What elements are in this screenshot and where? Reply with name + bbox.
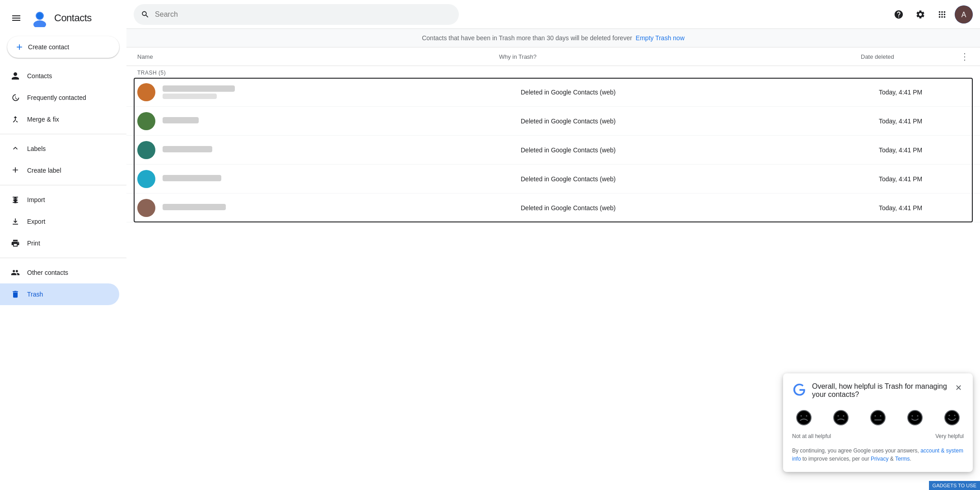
contact-name-block [163,146,521,154]
contact-rows: Deleted in Google Contacts (web) Today, … [126,78,980,222]
sidebar: Contacts + Create contact Contacts Frequ… [0,0,126,490]
svg-point-19 [949,415,950,416]
svg-point-12 [875,415,876,417]
contact-date: Today, 4:41 PM [879,89,969,96]
terms-link[interactable]: Terms [895,456,910,462]
person-icon [11,71,20,80]
sidebar-item-merge[interactable]: Merge & fix [0,108,119,130]
contact-date: Today, 4:41 PM [879,204,969,212]
create-plus-icon: + [16,42,23,52]
table-row[interactable]: Deleted in Google Contacts (web) Today, … [126,193,980,222]
contact-name-blur [163,117,199,123]
privacy-link[interactable]: Privacy [871,456,888,462]
contact-name-blur [163,204,226,210]
menu-button[interactable] [7,9,25,27]
sidebar-item-other[interactable]: Other contacts [0,262,119,283]
contact-why: Deleted in Google Contacts (web) [521,118,879,125]
svg-point-1 [33,20,46,27]
app-logo [31,9,49,27]
app-title: Contacts [54,12,92,24]
feedback-popup: Overall, how helpful is Trash for managi… [783,373,973,472]
other-contacts-icon [11,268,20,277]
contact-name-blur [163,146,212,152]
trash-section-label: TRASH (5) [126,66,980,78]
google-logo [792,382,807,397]
svg-point-5 [797,410,811,425]
avatar [137,141,155,159]
emoji-labels: Not at all helpful Very helpful [792,433,964,439]
col-name-header: Name [137,53,499,60]
sidebar-item-frequently[interactable]: Frequently contacted [0,87,119,108]
rating-3-button[interactable] [866,406,890,429]
svg-point-2 [37,13,43,19]
svg-point-8 [834,410,848,425]
avatar [137,199,155,217]
sidebar-item-export[interactable]: Export [0,211,119,232]
svg-point-13 [880,415,882,417]
contact-name-block [163,175,521,183]
svg-text:A: A [961,11,966,19]
contact-date: Today, 4:41 PM [879,118,969,125]
contact-name-block [163,204,521,212]
contact-name-block [163,85,521,99]
svg-point-9 [838,415,839,417]
sidebar-item-trash[interactable]: Trash [0,283,119,305]
sidebar-item-contacts[interactable]: Contacts [0,65,119,87]
sidebar-nav: Contacts Frequently contacted Merge & fi… [0,65,126,305]
add-icon [11,165,20,176]
contact-name-blur [163,85,235,92]
svg-point-10 [843,415,845,417]
help-button[interactable] [890,5,908,24]
print-icon [11,239,20,248]
rating-2-button[interactable] [829,406,853,429]
svg-point-7 [806,415,807,417]
sidebar-item-import[interactable]: Import [0,189,119,211]
contact-why: Deleted in Google Contacts (web) [521,89,879,96]
table-header: Name Why in Trash? Date deleted ⋮ [126,47,980,66]
search-input[interactable] [155,10,452,19]
avatar [137,170,155,188]
search-icon [141,10,149,19]
table-row[interactable]: Deleted in Google Contacts (web) Today, … [126,78,980,107]
feedback-footer: By continuing, you agree Google uses you… [792,447,964,463]
table-row[interactable]: Deleted in Google Contacts (web) Today, … [126,107,980,136]
merge-icon [11,115,20,124]
download-icon [11,217,20,226]
avatar[interactable]: A [955,5,973,24]
header-actions: A [890,5,973,24]
search-bar[interactable] [134,4,459,25]
contact-why: Deleted in Google Contacts (web) [521,175,879,183]
apps-button[interactable] [933,5,951,24]
create-label-item[interactable]: Create label [0,160,126,181]
svg-point-20 [954,415,956,416]
contact-date: Today, 4:41 PM [879,146,969,154]
svg-point-17 [917,415,919,417]
svg-point-6 [801,415,802,417]
rating-4-button[interactable] [903,406,927,429]
settings-button[interactable] [911,5,929,24]
table-row[interactable]: Deleted in Google Contacts (web) Today, … [126,165,980,193]
avatar [137,112,155,130]
svg-point-15 [908,410,922,425]
app-header: Contacts [0,4,126,33]
upload-icon [11,195,20,204]
trash-banner: Contacts that have been in Trash more th… [126,29,980,47]
more-icon[interactable]: ⋮ [960,51,969,62]
history-icon [11,93,20,102]
empty-trash-button[interactable]: Empty Trash now [636,34,685,42]
feedback-close-button[interactable]: ✕ [953,382,964,393]
sidebar-item-print[interactable]: Print [0,232,119,254]
header-left: Contacts [7,9,125,27]
svg-point-16 [912,415,913,417]
rating-5-button[interactable] [940,406,964,429]
avatar [137,83,155,101]
emoji-rating-row [792,406,964,429]
rating-1-button[interactable] [792,406,816,429]
contact-name-blur [163,175,221,181]
table-row[interactable]: Deleted in Google Contacts (web) Today, … [126,136,980,165]
create-contact-button[interactable]: + Create contact [7,36,119,58]
svg-point-11 [871,410,885,425]
contact-why: Deleted in Google Contacts (web) [521,146,879,154]
nav-divider-3 [0,258,126,258]
labels-section-header[interactable]: Labels [0,138,126,160]
